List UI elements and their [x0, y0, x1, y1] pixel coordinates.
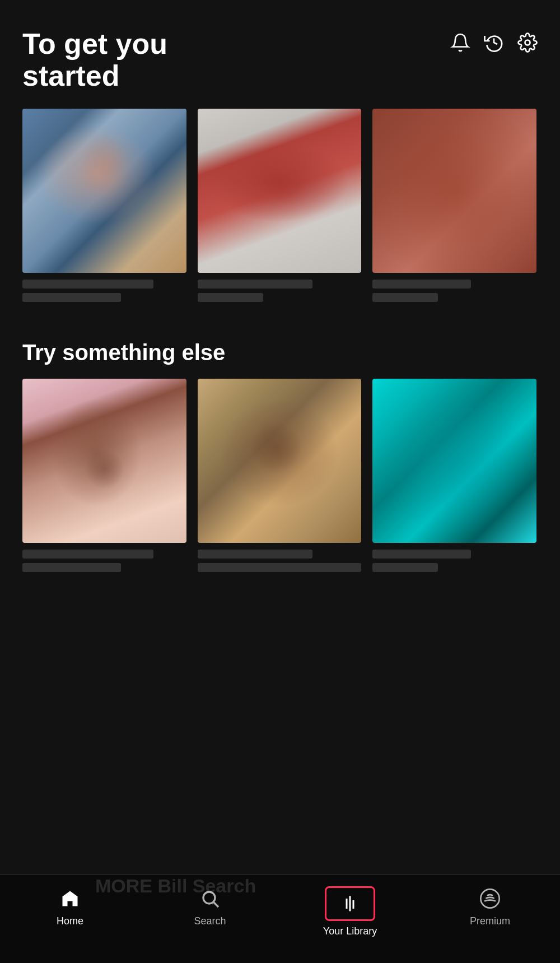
album-artwork-1 [22, 109, 186, 273]
header-icons [450, 28, 538, 53]
nav-library-label: Your Library [323, 925, 377, 937]
album-artwork-5 [198, 379, 362, 543]
nav-library-button[interactable]: Your Library [280, 886, 420, 937]
section-get-started [22, 109, 538, 306]
album-title-bar-4 [22, 550, 153, 559]
nav-premium-label: Premium [470, 915, 510, 927]
header: To get you started [22, 28, 538, 92]
album-card-4[interactable] [22, 379, 186, 576]
album-grid-1 [22, 109, 538, 306]
album-card-1[interactable] [22, 109, 186, 306]
album-subtitle-bar-3 [372, 293, 438, 302]
album-card-6[interactable] [372, 379, 536, 576]
bell-icon [450, 32, 470, 53]
album-subtitle-bar-2 [198, 293, 263, 302]
album-card-5[interactable] [198, 379, 362, 576]
svg-point-1 [203, 892, 215, 904]
album-title-bar-5 [198, 550, 312, 559]
album-artwork-4 [22, 379, 186, 543]
nav-home-label: Home [57, 915, 83, 927]
history-icon-button[interactable] [484, 32, 504, 53]
nav-search-label: Search [194, 915, 226, 927]
album-title-bar-6 [372, 550, 471, 559]
album-card-2[interactable] [198, 109, 362, 306]
settings-icon-button[interactable] [517, 32, 538, 53]
album-title-bar-3 [372, 280, 471, 289]
bottom-nav: Home Search MORE Bill Search Your Librar… [0, 874, 560, 963]
svg-point-0 [525, 40, 530, 45]
nav-search-button[interactable]: Search MORE Bill Search [140, 886, 280, 927]
search-icon [198, 886, 222, 911]
svg-point-6 [480, 889, 499, 908]
section-title-try: Try something else [22, 340, 538, 365]
album-subtitle-bar-6 [372, 563, 438, 572]
album-card-3[interactable] [372, 109, 536, 306]
library-icon [335, 891, 365, 916]
library-active-container [325, 886, 375, 921]
album-subtitle-bar-1 [22, 293, 121, 302]
album-title-bar-2 [198, 280, 312, 289]
nav-premium-button[interactable]: Premium [420, 886, 560, 927]
album-title-bar-1 [22, 280, 153, 289]
bell-icon-button[interactable] [450, 32, 470, 53]
nav-home-button[interactable]: Home [0, 886, 140, 927]
album-artwork-6 [372, 379, 536, 543]
section-try-something-else: Try something else [22, 340, 538, 576]
home-icon [58, 886, 82, 911]
spotify-premium-icon [478, 886, 502, 911]
page-title: To get you started [22, 28, 167, 92]
album-artwork-3 [372, 109, 536, 273]
album-artwork-2 [198, 109, 362, 273]
settings-icon [517, 32, 538, 53]
album-subtitle-bar-4 [22, 563, 121, 572]
album-grid-2 [22, 379, 538, 576]
svg-line-2 [214, 902, 218, 907]
album-subtitle-bar-5 [198, 563, 362, 572]
history-icon [484, 32, 504, 53]
main-content: To get you started [0, 0, 560, 700]
